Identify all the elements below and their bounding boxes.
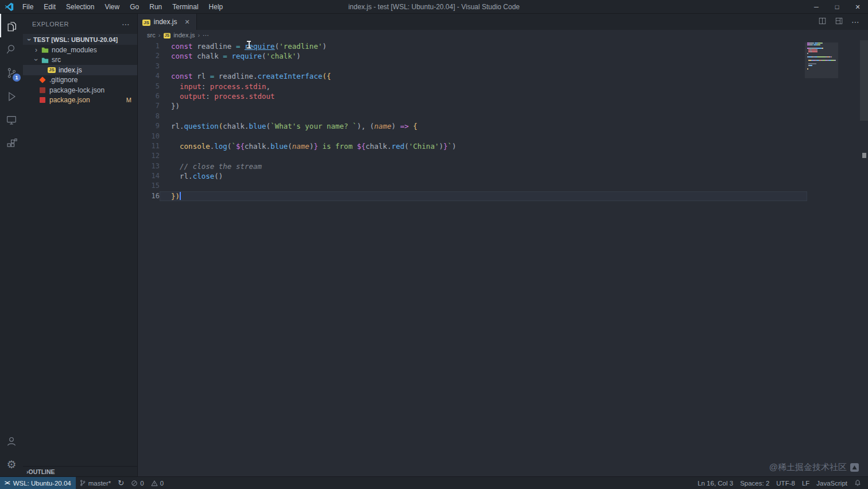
code-area[interactable]: 1const readline = require('readline')2co… bbox=[138, 40, 868, 476]
tree-item-package-json[interactable]: package.jsonM bbox=[23, 95, 137, 106]
code-line-6[interactable]: 6 output: process.stdout bbox=[138, 91, 807, 101]
npm-lock-icon bbox=[38, 87, 47, 93]
vertical-scrollbar[interactable] bbox=[860, 40, 868, 476]
menubar: FileEditSelectionViewGoRunTerminalHelp bbox=[17, 0, 228, 13]
code-line-15[interactable]: 15 bbox=[138, 181, 807, 191]
line-number: 6 bbox=[138, 91, 160, 101]
vscode-logo-icon bbox=[5, 2, 14, 11]
settings-icon[interactable]: ⚙ bbox=[0, 453, 23, 476]
split-editor-icon[interactable] bbox=[818, 17, 827, 28]
breadcrumb-item[interactable]: ⋯ bbox=[203, 32, 209, 39]
scrollbar-slider[interactable] bbox=[860, 40, 868, 121]
error-status-item[interactable]: 0 bbox=[127, 477, 147, 489]
code-line-14[interactable]: 14 rl.close() bbox=[138, 171, 807, 181]
tree-item-node-modules[interactable]: ›node_modules bbox=[23, 45, 137, 55]
editor-actions: ⋯ bbox=[818, 14, 868, 30]
minimize-button[interactable]: ─ bbox=[806, 0, 827, 14]
juejin-logo-icon bbox=[850, 463, 859, 472]
remote-explorer-icon[interactable] bbox=[0, 108, 23, 132]
sync-status-item[interactable]: ↻ bbox=[114, 477, 127, 489]
code-line-13[interactable]: 13 // close the stream bbox=[138, 161, 807, 171]
search-icon[interactable] bbox=[0, 37, 23, 61]
warning-icon bbox=[151, 480, 158, 487]
tree-item-index-js[interactable]: JSindex.js bbox=[23, 65, 137, 75]
status-javascript[interactable]: JavaScript bbox=[813, 477, 851, 489]
tree-item-package-lock-json[interactable]: package-lock.json bbox=[23, 85, 137, 95]
code-line-12[interactable]: 12 bbox=[138, 151, 807, 161]
outline-label: OUTLINE bbox=[29, 468, 55, 475]
minimap[interactable] bbox=[807, 43, 836, 70]
close-button[interactable]: ✕ bbox=[847, 0, 868, 14]
menu-help[interactable]: Help bbox=[204, 0, 228, 13]
activity-bar-bottom: ⚙ bbox=[0, 429, 23, 476]
remote-indicator[interactable]: >< WSL: Ubuntu-20.04 bbox=[0, 477, 76, 489]
chevron-down-icon: › bbox=[25, 36, 33, 44]
menu-edit[interactable]: Edit bbox=[38, 0, 61, 13]
code-line-7[interactable]: 7}) bbox=[138, 101, 807, 111]
warning-status-item[interactable]: 0 bbox=[148, 477, 167, 489]
explorer-header: EXPLORER ⋯ bbox=[23, 14, 137, 34]
minimap-viewport bbox=[805, 43, 838, 78]
status-utf-8[interactable]: UTF-8 bbox=[773, 477, 799, 489]
error-icon bbox=[131, 480, 138, 487]
explorer-icon[interactable] bbox=[0, 14, 23, 37]
code-line-9[interactable]: 9rl.question(chalk.blue(`What's your nam… bbox=[138, 121, 807, 131]
menu-view[interactable]: View bbox=[99, 0, 125, 13]
file-label: .gitignore bbox=[49, 76, 78, 84]
menu-selection[interactable]: Selection bbox=[61, 0, 99, 13]
code-line-11[interactable]: 11 console.log(`${chalk.blue(name)} is f… bbox=[138, 141, 807, 151]
code-line-2[interactable]: 2const chalk = require('chalk') bbox=[138, 51, 807, 61]
statusbar-left: master*↻00 bbox=[76, 477, 167, 489]
tree-item-src[interactable]: ›src bbox=[23, 55, 137, 66]
workspace-section-header[interactable]: › TEST [WSL: UBUNTU-20.04] bbox=[23, 34, 137, 45]
tab-index-js[interactable]: JSindex.js✕ bbox=[138, 14, 197, 30]
js-icon: JS bbox=[47, 67, 56, 73]
text-cursor bbox=[180, 192, 181, 200]
window-title: index.js - test [WSL: Ubuntu-20.04] - Vi… bbox=[348, 3, 520, 11]
menu-file[interactable]: File bbox=[17, 0, 38, 13]
accounts-icon[interactable] bbox=[0, 429, 23, 453]
line-number: 13 bbox=[138, 161, 160, 171]
code-line-10[interactable]: 10 bbox=[138, 132, 807, 141]
breadcrumb-item[interactable]: JSindex.js bbox=[163, 32, 195, 38]
extensions-icon[interactable] bbox=[0, 132, 23, 155]
code-line-1[interactable]: 1const readline = require('readline') bbox=[138, 41, 807, 51]
file-tree: ›node_modules›srcJSindex.js.gitignorepac… bbox=[23, 45, 137, 105]
run-debug-icon[interactable] bbox=[0, 84, 23, 108]
file-label: index.js bbox=[59, 66, 82, 74]
code-line-8[interactable]: 8 bbox=[138, 111, 807, 121]
remote-label: WSL: Ubuntu-20.04 bbox=[13, 480, 71, 487]
outline-section[interactable]: › OUTLINE bbox=[23, 466, 137, 476]
branch-status-item[interactable]: master* bbox=[76, 477, 115, 489]
tree-item--gitignore[interactable]: .gitignore bbox=[23, 75, 137, 86]
maximize-button[interactable]: □ bbox=[827, 0, 847, 14]
source-control-icon[interactable]: 1 bbox=[0, 61, 23, 84]
breadcrumb-separator: › bbox=[158, 32, 161, 38]
more-actions-icon[interactable]: ⋯ bbox=[122, 20, 130, 29]
statusbar-right: Ln 16, Col 3Spaces: 2UTF-8LFJavaScript bbox=[694, 477, 868, 489]
git-modified-badge: M bbox=[126, 97, 131, 103]
status-spaces-2[interactable]: Spaces: 2 bbox=[737, 477, 773, 489]
more-actions-icon[interactable]: ⋯ bbox=[851, 17, 860, 27]
code-line-4[interactable]: 4const rl = readline.createInterface({ bbox=[138, 71, 807, 81]
file-label: src bbox=[52, 56, 61, 64]
watermark: @稀土掘金技术社区 bbox=[769, 462, 859, 473]
watermark-text: @稀土掘金技术社区 bbox=[769, 462, 847, 473]
menu-go[interactable]: Go bbox=[125, 0, 144, 13]
code-line-3[interactable]: 3 bbox=[138, 61, 807, 71]
menu-terminal[interactable]: Terminal bbox=[167, 0, 203, 13]
close-tab-icon[interactable]: ✕ bbox=[183, 18, 191, 26]
menu-run[interactable]: Run bbox=[144, 0, 167, 13]
code-line-16[interactable]: 16}) bbox=[138, 191, 807, 201]
breadcrumb-separator: › bbox=[197, 32, 200, 38]
bell-status-item[interactable] bbox=[851, 477, 865, 489]
chevron-down-icon: › bbox=[32, 56, 40, 64]
overview-ruler-mark bbox=[862, 153, 866, 158]
status-ln-16-col-3[interactable]: Ln 16, Col 3 bbox=[694, 477, 737, 489]
line-number: 12 bbox=[138, 151, 160, 161]
status-lf[interactable]: LF bbox=[799, 477, 813, 489]
toggle-layout-icon[interactable] bbox=[835, 17, 843, 28]
workbench: 1⚙ EXPLORER ⋯ › TEST [WSL: UBUNTU-20.04]… bbox=[0, 14, 868, 476]
breadcrumb-item[interactable]: src bbox=[147, 32, 156, 38]
code-line-5[interactable]: 5 input: process.stdin, bbox=[138, 82, 807, 91]
